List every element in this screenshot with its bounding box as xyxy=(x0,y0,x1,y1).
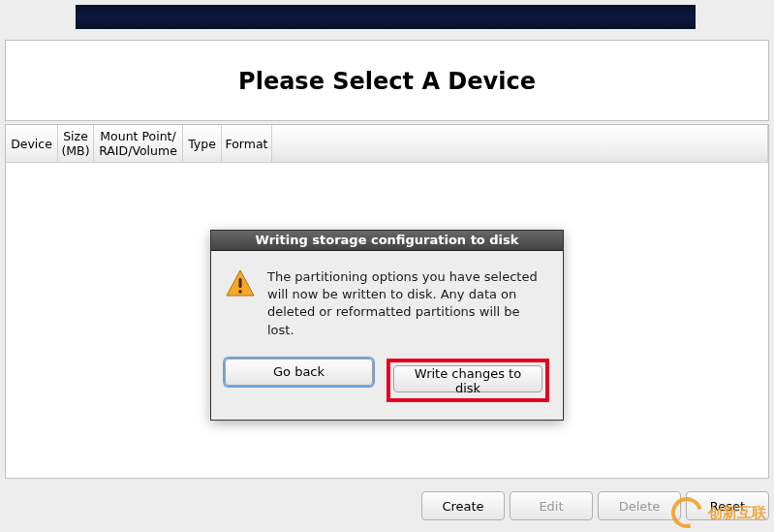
create-button[interactable]: Create xyxy=(421,491,505,520)
dialog-message: The partitioning options you have select… xyxy=(267,268,549,339)
reset-button[interactable]: Reset xyxy=(686,491,769,520)
dialog-body: The partitioning options you have select… xyxy=(211,251,563,345)
column-mount[interactable]: Mount Point/ RAID/Volume xyxy=(94,125,183,162)
column-size[interactable]: Size (MB) xyxy=(58,125,94,162)
go-back-button[interactable]: Go back xyxy=(225,359,373,386)
table-header: Device Size (MB) Mount Point/ RAID/Volum… xyxy=(6,125,768,163)
edit-button: Edit xyxy=(510,491,593,520)
column-device[interactable]: Device xyxy=(6,125,58,162)
highlight-box: Write changes to disk xyxy=(387,359,549,402)
dialog-title: Writing storage configuration to disk xyxy=(211,231,563,251)
title-panel: Please Select A Device xyxy=(5,40,769,121)
svg-point-1 xyxy=(238,290,242,294)
write-changes-button[interactable]: Write changes to disk xyxy=(393,365,542,392)
installer-banner xyxy=(76,5,696,29)
dialog-buttons: Go back Write changes to disk xyxy=(211,345,563,420)
column-spacer xyxy=(272,125,768,162)
column-type[interactable]: Type xyxy=(183,125,222,162)
column-format[interactable]: Format xyxy=(222,125,272,162)
confirm-dialog: Writing storage configuration to disk Th… xyxy=(210,230,564,421)
delete-button: Delete xyxy=(598,491,681,520)
svg-rect-0 xyxy=(238,278,241,288)
footer-buttons: Create Edit Delete Reset xyxy=(421,491,769,520)
page-title: Please Select A Device xyxy=(6,41,768,95)
warning-icon xyxy=(225,268,256,302)
